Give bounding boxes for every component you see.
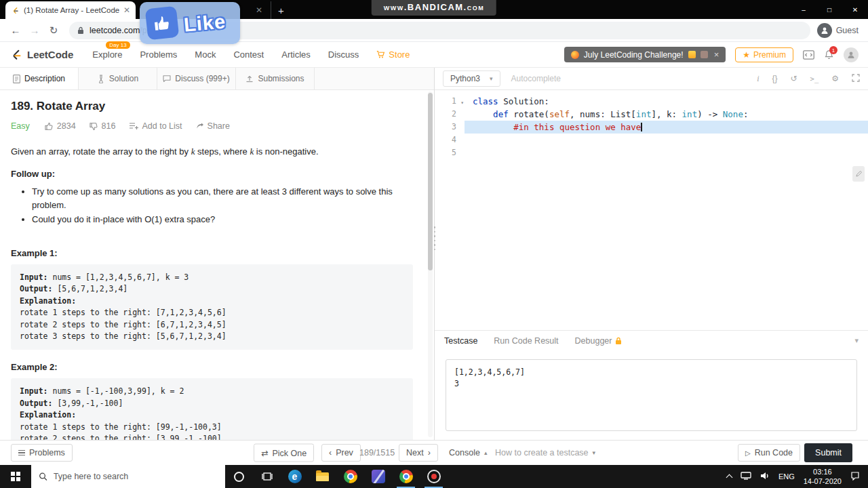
like-button[interactable]: 2834 (45, 121, 76, 131)
taskbar-clock[interactable]: 03:16 14-07-2020 (804, 467, 842, 487)
nav-explore[interactable]: Explore Day 13 (92, 49, 122, 60)
panel-resize-handle[interactable] (432, 226, 437, 250)
code-line[interactable]: 2 def rotate(self, nums: List[int], k: i… (435, 108, 868, 121)
reload-icon[interactable]: ↻ (45, 24, 62, 37)
start-button[interactable] (0, 465, 31, 488)
discuss-chat-icon (163, 75, 171, 83)
tray-expand-icon[interactable] (726, 474, 732, 481)
trophy-icon (688, 51, 696, 58)
workspace: Description Solution Discuss (999+) (0, 68, 868, 440)
submissions-upload-icon (245, 75, 254, 83)
chrome-icon[interactable] (336, 465, 364, 488)
nav-contest[interactable]: Contest (233, 49, 264, 60)
thumbs-up-icon (45, 122, 54, 131)
taskbar-search[interactable] (31, 465, 225, 488)
profile-label: Guest (836, 26, 859, 35)
editor-toolbar: Python3 ▾ Autocomplete i {} ↺ >_ ⚙ (435, 68, 868, 90)
nav-problems[interactable]: Problems (140, 49, 177, 60)
collapse-chevron-icon[interactable]: ▾ (854, 336, 859, 345)
new-tab-button[interactable]: + (271, 1, 291, 19)
code-line[interactable]: 4 (435, 134, 868, 146)
code-line-active[interactable]: 3 #in this question we have (435, 121, 868, 134)
action-center-icon[interactable] (850, 471, 860, 482)
dislike-button[interactable]: 816 (90, 121, 116, 131)
pick-one-button[interactable]: ⇄ Pick One (254, 444, 314, 462)
tab-submissions[interactable]: Submissions (236, 68, 315, 89)
leetcode-logo[interactable]: LeetCode (9, 48, 73, 62)
testcase-input[interactable]: [1,2,3,4,5,6,7] 3 (446, 359, 857, 431)
editor-panel: Python3 ▾ Autocomplete i {} ↺ >_ ⚙ 1 (435, 68, 868, 440)
format-braces-icon[interactable]: {} (772, 74, 778, 83)
run-code-button[interactable]: ▷ Run Code (738, 444, 800, 462)
star-icon: ★ (743, 50, 750, 60)
nav-mock[interactable]: Mock (195, 49, 216, 60)
tab-solution[interactable]: Solution (79, 68, 157, 89)
nav-discuss[interactable]: Discuss (328, 49, 359, 60)
notifications-bell-icon[interactable]: 1 (824, 49, 834, 60)
forward-icon[interactable]: → (26, 24, 43, 36)
brand-name: LeetCode (27, 49, 73, 60)
file-explorer-icon[interactable] (309, 465, 336, 488)
shuffle-icon: ⇄ (261, 448, 268, 458)
tab-close-icon[interactable]: ✕ (123, 5, 130, 15)
tab-discuss[interactable]: Discuss (999+) (157, 68, 236, 89)
terminal-icon[interactable]: >_ (810, 75, 819, 83)
problems-button[interactable]: Problems (11, 444, 73, 462)
difficulty-badge: Easy (11, 121, 30, 131)
bandicam-icon[interactable] (420, 465, 448, 488)
nav-articles[interactable]: Articles (281, 49, 311, 60)
cortana-icon[interactable] (225, 465, 253, 488)
submit-button[interactable]: Submit (804, 443, 852, 462)
interview-icon[interactable] (803, 50, 814, 60)
header-right: July LeetCoding Challenge! × ★ Premium (564, 47, 859, 62)
language-indicator[interactable]: ENG (778, 472, 795, 481)
code-line[interactable]: 5 (435, 146, 868, 159)
task-view-icon[interactable] (253, 465, 281, 488)
fullscreen-icon[interactable] (852, 74, 860, 84)
browser-tab-active[interactable]: (1) Rotate Array - LeetCode ✕ (5, 1, 136, 19)
chevron-left-icon: ‹ (329, 448, 332, 458)
tab-testcase[interactable]: Testcase (444, 336, 477, 346)
edge-icon[interactable]: e (281, 465, 309, 488)
chevron-right-icon: › (428, 448, 431, 458)
editor-notes-icon[interactable] (852, 166, 865, 182)
back-icon[interactable]: ← (7, 24, 24, 36)
system-tray: ENG 03:16 14-07-2020 (719, 465, 868, 488)
premium-lock-icon (615, 337, 622, 345)
nav-store[interactable]: Store (376, 49, 410, 60)
close-icon[interactable]: ✕ (842, 0, 868, 19)
code-editor[interactable]: 1▾ class Solution: 2 def rotate(self, nu… (435, 90, 868, 330)
next-button[interactable]: Next › (399, 444, 438, 462)
language-select[interactable]: Python3 ▾ (443, 70, 500, 87)
chrome-active-icon[interactable] (392, 465, 420, 488)
tab-description[interactable]: Description (0, 68, 79, 89)
network-icon[interactable] (741, 472, 751, 481)
autocomplete-toggle[interactable]: Autocomplete (511, 74, 561, 83)
tab-run-code-result[interactable]: Run Code Result (494, 336, 558, 346)
challenge-banner[interactable]: July LeetCoding Challenge! × (564, 47, 726, 62)
settings-gear-icon[interactable]: ⚙ (831, 74, 839, 83)
code-line[interactable]: 1▾ class Solution: (435, 95, 868, 108)
example-2-block: Input: nums = [-1,-100,3,99], k = 2 Outp… (11, 378, 413, 440)
chevron-up-icon: ▴ (484, 449, 488, 456)
profile-avatar-icon (817, 23, 832, 38)
problem-tabs: Description Solution Discuss (999+) (0, 68, 434, 90)
search-input[interactable] (54, 472, 218, 481)
user-avatar[interactable] (844, 47, 859, 62)
volume-icon[interactable] (760, 472, 770, 481)
maximize-icon[interactable]: □ (816, 0, 842, 19)
prev-button[interactable]: ‹ Prev (321, 444, 361, 462)
minimize-icon[interactable]: – (791, 0, 816, 19)
console-toggle[interactable]: Console ▴ (449, 448, 487, 458)
reset-code-icon[interactable]: ↺ (791, 74, 797, 83)
browser-profile[interactable]: Guest (817, 23, 859, 38)
add-to-list-button[interactable]: Add to List (129, 121, 182, 131)
tab-close-icon[interactable]: ✕ (256, 5, 262, 15)
purple-app-icon[interactable] (364, 465, 392, 488)
share-button[interactable]: Share (196, 121, 230, 131)
testcase-help-link[interactable]: How to create a testcase ▾ (495, 448, 595, 458)
info-icon[interactable]: i (757, 74, 759, 84)
premium-button[interactable]: ★ Premium (735, 47, 793, 62)
tab-debugger[interactable]: Debugger (575, 336, 623, 346)
banner-close-icon[interactable]: × (714, 49, 719, 60)
